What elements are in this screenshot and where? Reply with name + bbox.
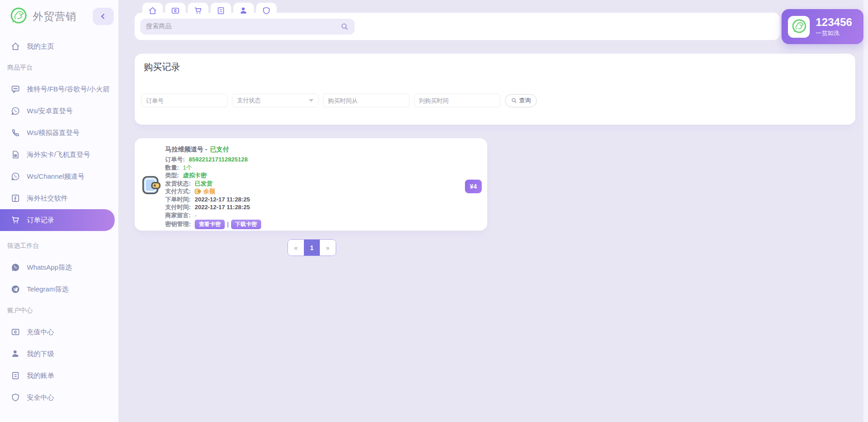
sidebar-item-twitter-fb-google[interactable]: 推特号/FB号/谷歌号/小火箭 — [0, 78, 118, 100]
order-row-key-management: 密钥管理: 查看卡密 | 下载卡密 — [165, 220, 261, 229]
sidebar-item-label: Ws/模拟器直登号 — [27, 129, 80, 137]
telegram-icon — [11, 285, 20, 294]
sidebar: 外贸营销 我的主页 商品平台 推特号/FB号/谷歌号/小火箭 Ws/安卓直登号 … — [0, 0, 118, 422]
sidebar-item-overseas-social[interactable]: 海外社交软件 — [0, 187, 118, 209]
tab-home[interactable] — [142, 3, 163, 18]
tab-orders[interactable] — [188, 3, 208, 18]
pay-status-placeholder: 支付状态 — [237, 96, 261, 105]
page-title: 购买记录 — [144, 61, 180, 73]
sidebar-item-my-subordinates[interactable]: 我的下级 — [0, 343, 118, 365]
sidebar-item-label: 我的账单 — [27, 372, 54, 380]
order-row-type: 类型: 虚拟卡密 — [165, 172, 261, 180]
chevron-down-icon — [309, 99, 313, 102]
order-time-value: 2022-12-17 11:28:25 — [195, 196, 250, 204]
whatsapp-icon — [11, 106, 20, 116]
search-icon — [511, 97, 517, 104]
pagination-prev-button[interactable]: « — [288, 240, 304, 256]
sidebar-item-recharge-center[interactable]: 充值中心 — [0, 321, 118, 343]
order-row-quantity: 数量: 1个 — [165, 164, 261, 172]
query-button[interactable]: 查询 — [505, 94, 537, 107]
time-from-input[interactable] — [323, 94, 409, 107]
sidebar-item-ws-android[interactable]: Ws/安卓直登号 — [0, 100, 118, 122]
time-to-input[interactable] — [414, 94, 500, 107]
button-divider: | — [227, 221, 229, 228]
separator: - — [205, 146, 207, 153]
order-number-value: 859221217112825128 — [189, 156, 247, 164]
product-search-input[interactable]: 搜索商品 — [140, 19, 355, 35]
sidebar-menu: 我的主页 商品平台 推特号/FB号/谷歌号/小火箭 Ws/安卓直登号 Ws/模拟… — [0, 35, 118, 408]
home-icon — [11, 42, 20, 51]
pay-status-select[interactable]: 支付状态 — [232, 94, 318, 107]
price-badge: ¥4 — [465, 180, 482, 193]
sidebar-item-label: 推特号/FB号/谷歌号/小火箭 — [27, 85, 110, 94]
whatsapp-icon — [11, 172, 20, 181]
bill-icon — [11, 371, 20, 380]
shield-icon — [262, 6, 271, 15]
pay-status-value: 已支付 — [210, 146, 229, 153]
quick-tabs — [142, 3, 277, 18]
download-key-button[interactable]: 下载卡密 — [231, 220, 261, 229]
sidebar-item-ws-emulator[interactable]: Ws/模拟器直登号 — [0, 122, 118, 144]
sidebar-item-label: 我的下级 — [27, 350, 54, 358]
filter-row: 支付状态 查询 — [141, 94, 537, 107]
sidebar-section-filter-workbench: 筛选工作台 — [0, 236, 118, 256]
sidebar-section-products: 商品平台 — [0, 57, 118, 78]
tab-subordinates[interactable] — [233, 3, 254, 18]
pagination: « 1 » — [288, 239, 336, 256]
order-row-pay-time: 支付时间: 2022-12-17 11:28:25 — [165, 204, 261, 211]
sidebar-item-ws-channel[interactable]: Ws/Channel频道号 — [0, 166, 118, 187]
tab-recharge[interactable] — [165, 3, 186, 18]
mini-wallet-icon — [195, 189, 201, 194]
phone-icon — [11, 128, 20, 137]
order-title: 马拉维频道号 - 已支付 — [165, 146, 261, 154]
home-icon — [148, 6, 157, 15]
cart-icon — [194, 6, 202, 15]
chevron-left-icon — [100, 13, 107, 20]
user-id: 123456 — [816, 16, 852, 28]
sidebar-item-whatsapp-filter[interactable]: WhatsApp筛选 — [0, 256, 118, 278]
search-placeholder: 搜索商品 — [146, 22, 172, 30]
order-row-order-time: 下单时间: 2022-12-17 11:28:25 — [165, 196, 261, 204]
whatsapp-filled-icon — [11, 263, 20, 272]
tab-bills[interactable] — [211, 3, 231, 18]
sidebar-item-label: Ws/安卓直登号 — [27, 107, 73, 116]
order-row-merchant-note: 商家留言: - — [165, 212, 261, 220]
type-value: 虚拟卡密 — [183, 172, 207, 180]
view-key-button[interactable]: 查看卡密 — [195, 220, 225, 229]
merchant-note-value: - — [195, 212, 197, 220]
sidebar-item-telegram-filter[interactable]: Telegram筛选 — [0, 278, 118, 300]
logo-row: 外贸营销 — [0, 0, 118, 31]
query-button-label: 查询 — [519, 96, 531, 105]
order-details: 马拉维频道号 - 已支付 订单号: 859221217112825128 数量:… — [165, 146, 261, 229]
sidebar-item-security-center[interactable]: 安全中心 — [0, 387, 118, 408]
order-number-input[interactable] — [141, 94, 227, 107]
chat-bubble-icon — [11, 85, 20, 94]
facebook-icon — [11, 194, 20, 203]
sidebar-item-my-bills[interactable]: 我的账单 — [0, 365, 118, 387]
sidebar-item-label: Telegram筛选 — [27, 285, 69, 294]
wallet-card-icon — [11, 327, 20, 337]
pagination-page-1[interactable]: 1 — [304, 240, 320, 256]
scrollbar-track[interactable] — [863, 0, 868, 422]
app-logo-icon — [8, 6, 28, 26]
ship-status-value: 已发货 — [195, 180, 212, 188]
sidebar-collapse-button[interactable] — [93, 8, 114, 25]
purchase-records-panel: 购买记录 支付状态 查询 — [135, 54, 855, 125]
sidebar-item-label: 海外实卡/飞机直登号 — [27, 151, 90, 159]
user-account-badge[interactable]: 123456 一贫如洗 — [782, 9, 863, 44]
sidebar-item-label: 安全中心 — [27, 393, 54, 402]
order-row-number: 订单号: 859221217112825128 — [165, 156, 261, 164]
sidebar-item-label: 我的主页 — [27, 42, 54, 51]
order-row-pay-method: 支付方式: 余额 — [165, 188, 261, 196]
sidebar-item-order-records[interactable]: 订单记录 — [0, 209, 115, 231]
pay-method-value: 余额 — [203, 188, 215, 196]
sidebar-item-overseas-sim[interactable]: 海外实卡/飞机直登号 — [0, 144, 118, 166]
order-record-card: 马拉维频道号 - 已支付 订单号: 859221217112825128 数量:… — [135, 138, 487, 231]
search-icon[interactable] — [340, 22, 349, 31]
product-wallet-image — [141, 175, 161, 196]
quantity-value: 1个 — [183, 164, 192, 172]
sidebar-item-home[interactable]: 我的主页 — [0, 35, 118, 57]
avatar — [788, 16, 810, 38]
tab-security[interactable] — [256, 3, 277, 18]
pagination-next-button[interactable]: » — [320, 240, 336, 256]
